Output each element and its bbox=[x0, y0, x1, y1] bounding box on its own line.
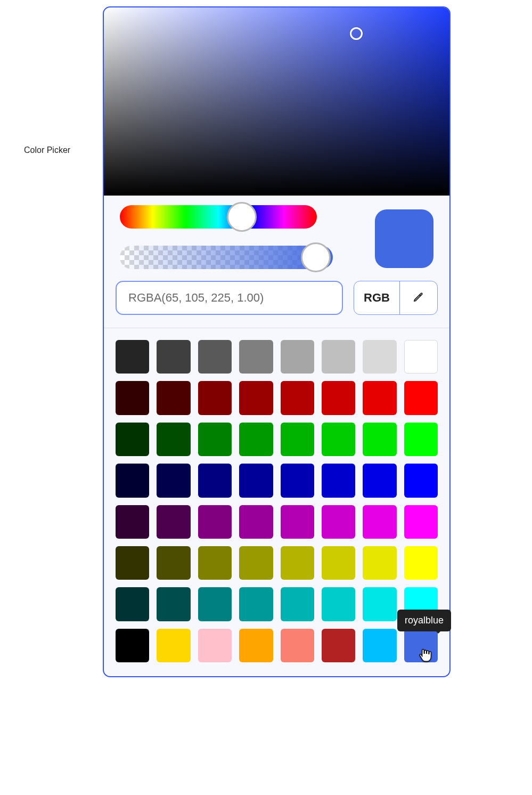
format-toggle-button[interactable]: RGB bbox=[354, 281, 400, 314]
palette-swatch[interactable] bbox=[116, 340, 149, 374]
palette-swatch[interactable] bbox=[157, 423, 190, 456]
color-picker-panel: RGB bbox=[103, 6, 451, 677]
palette-swatch[interactable] bbox=[404, 505, 438, 539]
palette-swatch[interactable] bbox=[281, 464, 314, 497]
palette-swatch[interactable] bbox=[239, 381, 273, 415]
palette-swatch[interactable] bbox=[363, 505, 396, 539]
palette-swatch[interactable] bbox=[198, 464, 232, 497]
eyedropper-button[interactable] bbox=[400, 281, 437, 314]
alpha-thumb[interactable] bbox=[301, 242, 331, 272]
palette-swatch[interactable] bbox=[281, 423, 314, 456]
palette-swatch[interactable] bbox=[198, 546, 232, 580]
palette-swatch[interactable] bbox=[281, 546, 314, 580]
palette-swatch[interactable] bbox=[322, 546, 355, 580]
palette-swatch[interactable] bbox=[322, 505, 355, 539]
slider-column bbox=[120, 205, 359, 269]
color-value-input[interactable] bbox=[116, 281, 343, 315]
palette-swatch[interactable] bbox=[404, 423, 438, 456]
palette-swatch[interactable] bbox=[404, 381, 438, 415]
palette-swatch[interactable] bbox=[363, 381, 396, 415]
palette-swatch[interactable] bbox=[157, 629, 190, 662]
palette-swatch[interactable] bbox=[404, 546, 438, 580]
value-input-row: RGB bbox=[104, 269, 449, 328]
palette-swatch[interactable] bbox=[116, 423, 149, 456]
palette-swatch[interactable] bbox=[198, 587, 232, 621]
palette-swatch[interactable] bbox=[322, 629, 355, 662]
palette-swatch[interactable] bbox=[157, 381, 190, 415]
palette-swatch[interactable] bbox=[198, 505, 232, 539]
palette-swatch[interactable] bbox=[363, 340, 396, 374]
palette-swatch[interactable] bbox=[363, 587, 396, 621]
palette-swatch[interactable] bbox=[239, 423, 273, 456]
palette-swatch[interactable] bbox=[198, 423, 232, 456]
palette-swatch[interactable] bbox=[198, 629, 232, 662]
hue-thumb[interactable] bbox=[227, 202, 257, 232]
palette-swatch[interactable] bbox=[239, 629, 273, 662]
palette-swatch[interactable] bbox=[322, 381, 355, 415]
palette-swatch[interactable] bbox=[116, 629, 149, 662]
palette-swatch[interactable] bbox=[116, 587, 149, 621]
palette-swatch[interactable] bbox=[116, 505, 149, 539]
preview-swatch bbox=[375, 209, 433, 268]
palette-swatch[interactable] bbox=[157, 587, 190, 621]
swatch-tooltip: royalblue bbox=[397, 610, 451, 631]
palette-swatch[interactable] bbox=[322, 340, 355, 374]
palette-swatch[interactable] bbox=[363, 464, 396, 497]
format-eyedropper-group: RGB bbox=[354, 281, 438, 315]
picker-label: Color Picker bbox=[24, 145, 70, 155]
palette-swatch[interactable] bbox=[281, 587, 314, 621]
saturation-thumb[interactable] bbox=[350, 27, 363, 40]
slider-preview-row bbox=[104, 196, 449, 269]
palette-swatch[interactable] bbox=[239, 505, 273, 539]
palette-swatch[interactable] bbox=[157, 464, 190, 497]
palette-swatch[interactable] bbox=[239, 340, 273, 374]
palette-swatch[interactable] bbox=[198, 340, 232, 374]
hue-slider[interactable] bbox=[120, 205, 317, 229]
palette-swatch[interactable] bbox=[281, 629, 314, 662]
palette-swatch[interactable] bbox=[322, 423, 355, 456]
palette-swatch[interactable] bbox=[239, 464, 273, 497]
palette-swatch[interactable] bbox=[404, 340, 438, 374]
hand-cursor-icon bbox=[418, 647, 432, 664]
palette-swatch[interactable] bbox=[116, 546, 149, 580]
palette-swatch[interactable] bbox=[363, 629, 396, 662]
palette-swatch[interactable] bbox=[281, 381, 314, 415]
palette-swatch[interactable] bbox=[157, 546, 190, 580]
palette-swatch[interactable] bbox=[239, 587, 273, 621]
palette-swatch[interactable] bbox=[116, 381, 149, 415]
palette-swatch[interactable] bbox=[281, 505, 314, 539]
palette-swatch[interactable] bbox=[363, 423, 396, 456]
palette-swatch[interactable] bbox=[404, 464, 438, 497]
alpha-slider[interactable] bbox=[120, 246, 333, 269]
palette-swatch[interactable] bbox=[281, 340, 314, 374]
eyedropper-icon bbox=[413, 291, 424, 305]
palette-swatch[interactable] bbox=[363, 546, 396, 580]
palette-swatch[interactable] bbox=[322, 587, 355, 621]
palette-swatch[interactable] bbox=[322, 464, 355, 497]
palette-swatch[interactable] bbox=[157, 340, 190, 374]
palette-swatch[interactable] bbox=[157, 505, 190, 539]
saturation-area[interactable] bbox=[104, 7, 449, 196]
palette-swatch[interactable] bbox=[116, 464, 149, 497]
palette-swatch[interactable] bbox=[239, 546, 273, 580]
palette-swatch[interactable] bbox=[198, 381, 232, 415]
